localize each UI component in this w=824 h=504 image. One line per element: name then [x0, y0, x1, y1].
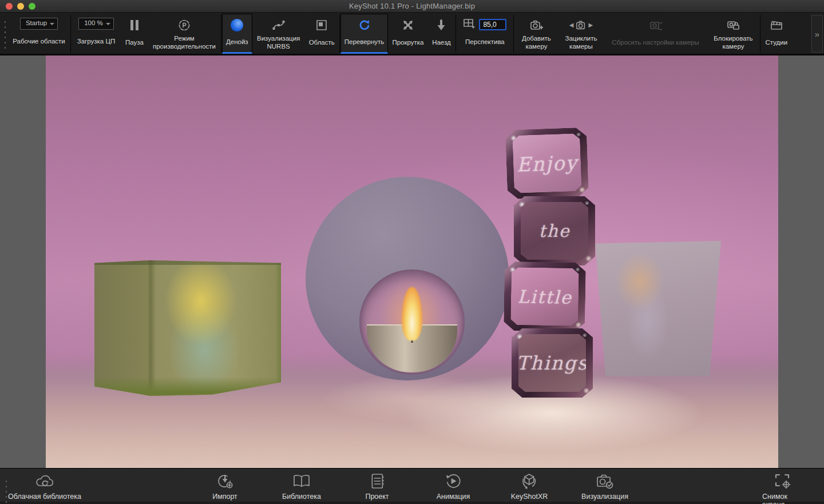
import-label: Импорт [212, 493, 237, 501]
library-label: Библиотека [282, 493, 321, 501]
prev-camera-arrow-icon[interactable]: ◀ [569, 22, 574, 29]
cycle-cameras-button[interactable]: ◀ ▶ Зациклить камеры [558, 14, 604, 54]
render-label: Визуализация [581, 493, 628, 501]
cycle-cameras-icon: ◀ ▶ [568, 18, 594, 33]
ribbon-toolbar: Облачная библиотека Импорт Библиотека Пр… [0, 468, 824, 502]
cpu-usage-selector[interactable]: 100 % Загрузка ЦП [72, 14, 121, 54]
keyshotxr-button[interactable]: KeyShotXR [511, 471, 548, 501]
import-button[interactable]: Импорт [212, 471, 237, 501]
denoise-icon [231, 18, 243, 33]
render-candle-niche [359, 269, 465, 375]
cpu-usage-dropdown[interactable]: 100 % [78, 18, 114, 30]
cpu-usage-label: Загрузка ЦП [77, 32, 115, 51]
camera-add-icon [529, 18, 543, 33]
toolbar-drag-handle[interactable] [2, 18, 7, 49]
toolbar-overflow-button[interactable]: » [811, 15, 823, 53]
window-title: KeyShot 10.1 Pro - LightManager.bip [0, 2, 824, 10]
render-round-candleholder [306, 177, 509, 380]
scroll-pan-button[interactable]: Прокрутка [388, 14, 427, 54]
nurbs-render-button[interactable]: Визуализация NURBS [252, 14, 305, 54]
performance-mode-button[interactable]: Режим производительности [148, 14, 220, 54]
render-button[interactable]: Визуализация [581, 471, 628, 501]
perspective-label: Перспектива [465, 33, 505, 51]
denoise-button[interactable]: Денойз [222, 14, 252, 54]
workspace-label: Рабочие области [13, 32, 65, 51]
project-button[interactable]: Проект [365, 471, 389, 501]
flip-button[interactable]: Перевернуть [340, 14, 389, 54]
region-render-button[interactable]: Область [305, 14, 339, 54]
render-camera-icon [595, 471, 615, 491]
ribbon-drag-handle[interactable] [3, 478, 8, 503]
chevron-down-icon [106, 23, 110, 25]
perspective-value-input[interactable] [479, 19, 506, 30]
workspace-selector[interactable]: Startup Рабочие области [8, 14, 70, 54]
cube-engraving: Enjoy [516, 151, 578, 176]
dolly-arrow-icon [435, 18, 447, 33]
render-glass-cube-the: the [514, 196, 595, 265]
next-camera-arrow-icon[interactable]: ▶ [588, 22, 593, 29]
workspace-value: Startup [26, 19, 47, 26]
screenshot-label: Снимок экрана [762, 493, 803, 504]
region-icon [316, 18, 327, 33]
realtime-viewport[interactable]: Enjoy the Little Things [0, 55, 824, 468]
animation-play-icon [443, 471, 463, 491]
chevron-down-icon [50, 23, 54, 25]
screenshot-button[interactable]: Снимок экрана [762, 471, 803, 504]
keyshot-window: KeyShot 10.1 Pro - LightManager.bip Star… [0, 0, 824, 504]
camera-lock-icon [726, 18, 740, 33]
render-canvas[interactable]: Enjoy the Little Things [46, 55, 778, 468]
import-icon [215, 471, 235, 491]
perspective-grid-icon [463, 18, 476, 31]
render-glass-cube-enjoy: Enjoy [505, 128, 589, 200]
render-glass-cube-things: Things [512, 328, 593, 398]
cloud-library-icon [34, 471, 55, 491]
workspace-dropdown[interactable]: Startup [20, 18, 58, 30]
cloud-library-button[interactable]: Облачная библиотека [8, 471, 81, 501]
cpu-usage-value: 100 % [84, 19, 103, 26]
performance-mode-icon [178, 18, 191, 33]
screenshot-crop-icon [772, 471, 793, 491]
dolly-button[interactable]: Наезд [427, 14, 455, 54]
perspective-control: Перспектива [457, 14, 513, 54]
pan-arrows-icon [402, 18, 414, 33]
animation-button[interactable]: Анимация [437, 471, 470, 501]
cloud-library-label: Облачная библиотека [8, 493, 81, 501]
pause-button[interactable]: Пауза [121, 14, 148, 54]
camera-reset-icon [648, 18, 662, 33]
cube-engraving: Little [517, 286, 572, 308]
render-glass-cube-little: Little [504, 261, 586, 332]
camera-toolbar: Startup Рабочие области 100 % Загрузка Ц… [0, 13, 824, 55]
keyshotxr-label: KeyShotXR [511, 493, 548, 501]
render-frosted-cup [594, 241, 721, 376]
clapperboard-icon [770, 18, 783, 33]
nurbs-curve-icon [272, 18, 286, 33]
open-book-icon [291, 471, 312, 491]
add-camera-button[interactable]: Добавить камеру [514, 14, 558, 54]
xr-cube-icon [519, 471, 540, 491]
reset-camera-button: Сбросить настройки камеры [604, 14, 707, 54]
studios-button[interactable]: Студии [761, 14, 791, 54]
pause-icon [130, 18, 138, 33]
lock-camera-button[interactable]: Блокировать камеру [707, 14, 759, 54]
project-label: Проект [365, 493, 389, 501]
flip-rotate-icon [358, 18, 371, 33]
cube-engraving: Things [516, 352, 588, 374]
overflow-chevrons-icon: » [815, 29, 819, 39]
animation-label: Анимация [437, 493, 470, 501]
cube-engraving: the [538, 221, 570, 241]
render-green-glass-candleholder [94, 260, 281, 396]
project-document-icon [368, 471, 386, 491]
library-button[interactable]: Библиотека [282, 471, 321, 501]
titlebar: KeyShot 10.1 Pro - LightManager.bip [0, 0, 824, 13]
